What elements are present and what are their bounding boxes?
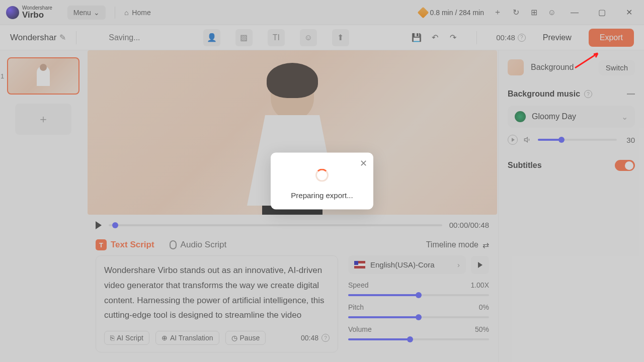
modal-close-button[interactable]: ✕	[360, 158, 367, 169]
export-modal: ✕ Preparing export...	[271, 153, 373, 210]
modal-message: Preparing export...	[280, 191, 364, 200]
spinner-icon	[315, 169, 329, 182]
